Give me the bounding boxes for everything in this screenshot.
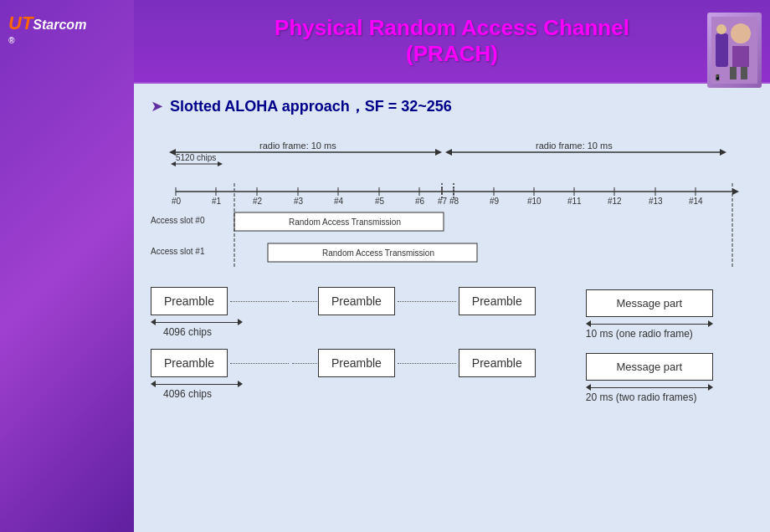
chips-indicator-1 — [151, 319, 243, 325]
decorative-image: 📱 — [707, 13, 762, 88]
ms-line-2 — [591, 387, 708, 388]
svg-marker-16 — [218, 161, 223, 166]
title-bar: Physical Random Access Channel (PRACH) — [134, 0, 770, 84]
preamble-boxes-row-1: Preamble Preamble Preamble — [151, 287, 536, 315]
access-slot-0-label: Access slot #0 — [151, 216, 205, 225]
preamble-box-2-2: Preamble — [318, 349, 395, 377]
svg-marker-18 — [732, 188, 739, 195]
preamble-box-2-1: Preamble — [151, 349, 228, 377]
left-sidebar: UTStarcom ® — [0, 0, 134, 532]
svg-text:#9: #9 — [490, 197, 500, 206]
preamble-row-1: Preamble Preamble Preamble 4096 chips — [151, 287, 536, 338]
svg-text:#10: #10 — [527, 197, 542, 206]
chips-label: 5120 chips — [176, 153, 216, 162]
svg-marker-13 — [720, 149, 726, 156]
message-group: Message part 10 ms (one radio frame) Mes… — [586, 287, 713, 403]
access-slot-1-label: Access slot #1 — [151, 247, 205, 256]
svg-rect-2 — [732, 46, 749, 67]
chips-line-1 — [156, 322, 238, 323]
dots-2-2 — [292, 363, 317, 364]
svg-point-1 — [731, 23, 751, 43]
chips-label-2: 4096 chips — [163, 388, 536, 400]
dots-1-1 — [230, 301, 289, 302]
svg-text:#6: #6 — [415, 197, 425, 206]
message-box-2: Message part — [586, 353, 713, 381]
subtitle-line: ➤ Slotted ALOHA approach，SF = 32~256 — [151, 96, 753, 116]
ms-indicator-1 — [586, 320, 713, 327]
message-row-1: Message part 10 ms (one radio frame) — [586, 287, 713, 340]
preamble-box-1-3: Preamble — [459, 287, 536, 315]
svg-text:#8: #8 — [449, 197, 459, 206]
svg-text:#4: #4 — [334, 197, 344, 206]
rat-label-2: Random Access Transmission — [322, 248, 434, 258]
svg-marker-12 — [445, 149, 452, 156]
ms-arrow-right-1 — [708, 320, 713, 327]
timing-diagram: radio frame: 10 ms radio frame: 10 ms 51… — [151, 137, 762, 275]
dots-2-1 — [230, 363, 289, 364]
chips-indicator-2 — [151, 381, 243, 387]
arrow-icon: ➤ — [151, 97, 163, 115]
ms-label-1: 10 ms (one radio frame) — [586, 328, 713, 340]
svg-text:#11: #11 — [567, 197, 582, 206]
ms-arrow-right-2 — [708, 384, 713, 391]
preamble-box-2-3: Preamble — [459, 349, 536, 377]
svg-rect-4 — [741, 67, 747, 79]
svg-marker-9 — [169, 149, 176, 156]
svg-rect-5 — [716, 33, 728, 67]
preamble-box-1-1: Preamble — [151, 287, 228, 315]
svg-text:#3: #3 — [294, 197, 304, 206]
svg-text:#1: #1 — [212, 197, 222, 206]
message-row-2: Message part 20 ms (two radio frames) — [586, 350, 713, 403]
logo: UTStarcom ® — [8, 13, 86, 45]
dots-1-2 — [292, 301, 317, 302]
chips-label-1: 4096 chips — [163, 326, 536, 338]
diagram-wrapper: radio frame: 10 ms radio frame: 10 ms 51… — [151, 129, 753, 287]
dots-1-3 — [398, 301, 456, 302]
dots-2-3 — [398, 363, 456, 364]
svg-rect-3 — [730, 67, 737, 79]
content-area: 📱 ➤ Slotted ALOHA approach，SF = 32~256 r… — [134, 84, 770, 416]
svg-text:#0: #0 — [172, 197, 182, 206]
rat-label-1: Random Access Transmission — [289, 217, 401, 227]
svg-text:#13: #13 — [649, 197, 663, 206]
ms-line-1 — [591, 324, 708, 325]
svg-text:#5: #5 — [375, 197, 385, 206]
svg-text:📱: 📱 — [714, 74, 721, 81]
svg-text:#7: #7 — [438, 197, 448, 206]
chips-arrow-right-1 — [238, 319, 243, 325]
person-illustration: 📱 — [711, 17, 757, 84]
ms-label-2: 20 ms (two radio frames) — [586, 391, 713, 403]
svg-text:#14: #14 — [689, 197, 703, 206]
rf-label-1: radio frame: 10 ms — [259, 141, 336, 151]
ms-indicator-2 — [586, 384, 713, 391]
preamble-box-1-2: Preamble — [318, 287, 395, 315]
chips-line-2 — [156, 384, 238, 385]
svg-text:#12: #12 — [608, 197, 622, 206]
rf-label-2: radio frame: 10 ms — [536, 141, 613, 151]
chips-arrow-right-2 — [238, 381, 243, 387]
svg-point-6 — [716, 24, 726, 34]
preamble-boxes-row-2: Preamble Preamble Preamble — [151, 349, 536, 377]
main-container: Physical Random Access Channel (PRACH) 📱… — [134, 0, 770, 532]
logo-starcom: Starcom — [33, 18, 86, 32]
svg-marker-10 — [435, 149, 442, 156]
subtitle-text: Slotted ALOHA approach，SF = 32~256 — [170, 96, 452, 116]
message-box-1: Message part — [586, 289, 713, 317]
logo-ut: UT — [8, 13, 33, 33]
svg-text:#2: #2 — [253, 197, 263, 206]
preamble-row-2: Preamble Preamble Preamble 4096 chips — [151, 349, 536, 400]
preamble-group: Preamble Preamble Preamble 4096 chips — [151, 287, 536, 403]
bottom-section: Preamble Preamble Preamble 4096 chips — [151, 287, 753, 403]
title-text: Physical Random Access Channel (PRACH) — [142, 15, 762, 67]
